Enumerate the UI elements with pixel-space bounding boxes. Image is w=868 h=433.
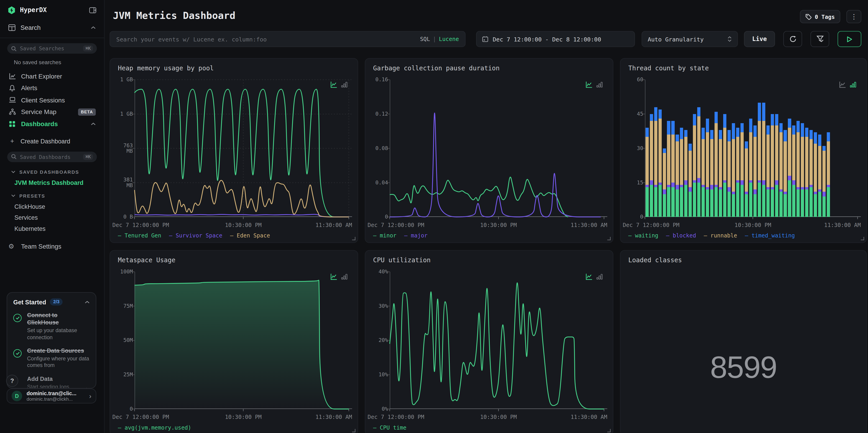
team-settings-button[interactable]: ⚙ Team Settings: [0, 243, 104, 249]
sidebar-item-dashboards[interactable]: Dashboards: [0, 118, 104, 130]
legend-item[interactable]: —minor: [373, 232, 396, 239]
metaspace-chart[interactable]: 025M50M75M100M: [134, 272, 352, 409]
resize-handle[interactable]: [352, 429, 355, 432]
sql-toggle[interactable]: SQL: [420, 36, 430, 42]
preset-kubernetes[interactable]: Kubernetes: [0, 225, 104, 231]
y-axis-label: 25M: [111, 372, 133, 377]
gc-pause-chart[interactable]: 00.040.080.120.16: [390, 80, 607, 217]
y-axis-label: 20%: [366, 338, 388, 343]
panel-thread-count: Thread count by state 015304560 Dec 7 12…: [620, 58, 867, 243]
heap-memory-chart[interactable]: 0 B381 MB763 MB1 GB1 GB: [134, 80, 352, 217]
nav-label: Alerts: [21, 85, 37, 92]
filter-button[interactable]: [810, 31, 829, 47]
dashboard-grid: Heap memory usage by pool 0 B381 MB763 M…: [110, 58, 867, 433]
legend-item[interactable]: —runnable: [704, 232, 737, 239]
x-axis-label: Dec 7 12:00:00 PM: [113, 222, 169, 228]
collapse-sidebar-icon[interactable]: [89, 7, 96, 13]
resize-handle[interactable]: [352, 237, 355, 240]
refresh-button[interactable]: [783, 31, 802, 47]
search-placeholder: Search your events w/ Lucene ex. column:…: [116, 36, 420, 42]
avatar: D: [11, 391, 22, 401]
legend-item[interactable]: —major: [404, 232, 427, 239]
create-dashboard-button[interactable]: + Create Dashboard: [0, 137, 104, 145]
chart-legend: —waiting—blocked—runnable—timed_waiting: [628, 232, 795, 239]
date-range-picker[interactable]: Dec 7 12:00:00 - Dec 8 12:00:00: [476, 31, 635, 47]
get-started-item-add-data[interactable]: Add Data Start sending logs, metrics, or…: [13, 375, 90, 389]
resize-handle[interactable]: [607, 237, 611, 240]
panel-title: Metaspace Usage: [118, 256, 175, 264]
saved-dashboard-jvm-metrics[interactable]: JVM Metrics Dashboard: [0, 179, 104, 186]
live-button[interactable]: Live: [744, 31, 775, 47]
group-saved-dashboards[interactable]: SAVED DASHBOARDS: [0, 169, 104, 175]
saved-searches-input[interactable]: Saved Searches ⌘K: [7, 43, 97, 54]
cmdk-shortcut: ⌘K: [83, 154, 93, 160]
x-axis-label: Dec 7 12:00:00 PM: [113, 414, 169, 420]
sidebar-item-client-sessions[interactable]: Client Sessions: [0, 94, 104, 106]
play-icon: [846, 36, 852, 42]
user-email: dominic.tran@clic...: [27, 390, 89, 396]
legend-item[interactable]: —timed_waiting: [745, 232, 795, 239]
lucene-toggle[interactable]: Lucene: [439, 36, 459, 42]
granularity-value: Auto Granularity: [648, 36, 704, 42]
thread-count-chart[interactable]: 015304560: [645, 80, 861, 217]
y-axis-label: 0.12: [366, 111, 388, 117]
saved-dashboards-input[interactable]: Saved Dashboards ⌘K: [7, 151, 97, 162]
x-axis-labels: Dec 7 12:00:00 PM10:30:00 PM11:30:00 AM: [134, 414, 352, 421]
user-menu[interactable]: D dominic.tran@clic... dominic.tran@clic…: [7, 389, 96, 404]
controls-bar: Search your events w/ Lucene ex. column:…: [110, 31, 861, 47]
x-axis-label: 11:30:00 AM: [315, 222, 352, 228]
legend-item[interactable]: —Eden Space: [230, 232, 270, 239]
resize-handle[interactable]: [607, 429, 611, 432]
sidebar-item-alerts[interactable]: Alerts: [0, 82, 104, 94]
sidebar-item-chart-explorer[interactable]: Chart Explorer: [0, 70, 104, 82]
chevron-right-icon: ›: [89, 392, 91, 400]
date-range-value: Dec 7 12:00:00 - Dec 8 12:00:00: [493, 36, 601, 42]
legend-item[interactable]: —Tenured Gen: [118, 232, 161, 239]
legend-item[interactable]: —blocked: [666, 232, 696, 239]
chart-explorer-icon: [8, 73, 16, 80]
legend-item[interactable]: —waiting: [628, 232, 658, 239]
run-query-button[interactable]: [837, 31, 861, 47]
more-options-button[interactable]: ⋮: [846, 10, 861, 23]
tags-button[interactable]: 0 Tags: [800, 10, 840, 23]
x-axis-label: Dec 7 12:00:00 PM: [368, 222, 424, 228]
group-label: SAVED DASHBOARDS: [19, 169, 79, 175]
granularity-select[interactable]: Auto Granularity: [642, 31, 738, 47]
progress-badge: 2/3: [50, 298, 63, 306]
chart-legend: —Tenured Gen—Survivor Space—Eden Space: [118, 232, 270, 239]
get-started-item-sources[interactable]: Create Data Sources Configure where your…: [13, 347, 90, 369]
event-search-input[interactable]: Search your events w/ Lucene ex. column:…: [110, 31, 465, 47]
cmdk-shortcut: ⌘K: [83, 45, 93, 52]
y-axis-label: 0.04: [366, 180, 388, 185]
panel-title: Garbage collection pause duration: [373, 64, 500, 72]
dashboards-icon: [8, 120, 16, 127]
team-settings-label: Team Settings: [21, 243, 61, 249]
help-button[interactable]: ?: [6, 375, 18, 387]
y-axis-label: 30%: [366, 303, 388, 309]
sidebar-item-service-map[interactable]: Service Map BETA: [0, 106, 104, 118]
nav-label: Chart Explorer: [21, 73, 62, 80]
cpu-chart[interactable]: 0%10%20%30%40%: [390, 272, 607, 409]
resize-handle[interactable]: [861, 237, 864, 240]
legend-item[interactable]: —CPU time: [373, 424, 406, 431]
x-axis-label: 11:30:00 AM: [824, 222, 861, 228]
step-title: Connect to ClickHouse: [27, 312, 90, 326]
y-axis-label: 0: [111, 406, 133, 411]
get-started-card: Get Started 2/3 Connect to ClickHouse Se…: [7, 292, 96, 389]
y-axis-label: 10%: [366, 372, 388, 377]
group-presets[interactable]: PRESETS: [0, 193, 104, 198]
x-axis-label: 10:30:00 PM: [480, 222, 517, 228]
loaded-classes-value: 8599: [620, 349, 866, 385]
preset-clickhouse[interactable]: ClickHouse: [0, 203, 104, 210]
legend-item[interactable]: —Survivor Space: [169, 232, 222, 239]
get-started-item-connect[interactable]: Connect to ClickHouse Set up your databa…: [13, 312, 90, 341]
select-arrows-icon: [727, 36, 732, 42]
group-label: PRESETS: [19, 193, 45, 198]
chevron-up-icon[interactable]: [85, 300, 90, 304]
legend-item[interactable]: —avg(jvm.memory.used): [118, 424, 191, 431]
y-axis-label: 40%: [366, 269, 388, 275]
chart-legend: —minor—major: [373, 232, 428, 239]
x-axis-label: 10:30:00 PM: [480, 414, 517, 420]
preset-services[interactable]: Services: [0, 214, 104, 221]
sidebar-section-search[interactable]: Search: [0, 21, 104, 34]
